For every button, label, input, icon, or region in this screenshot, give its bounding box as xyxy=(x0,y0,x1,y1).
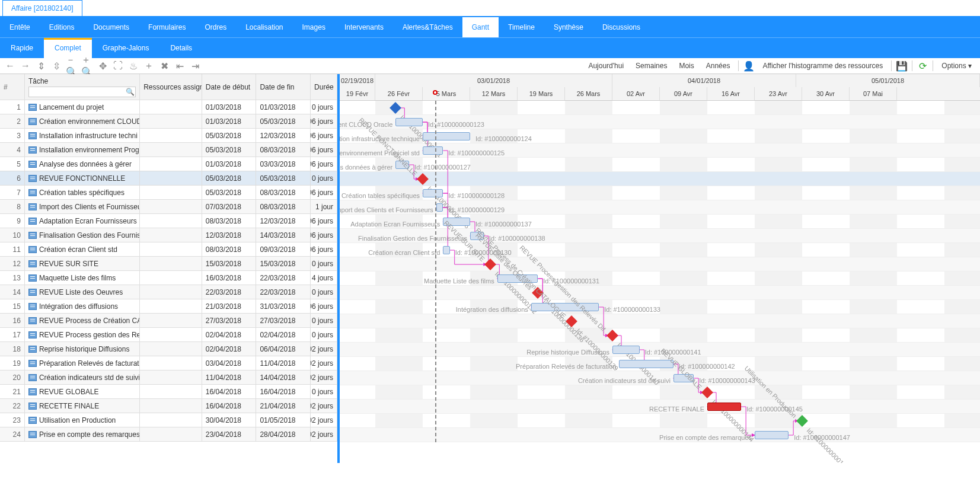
milestone[interactable]: REVUE FONCTIONNELLEId: #100000000126 xyxy=(417,173,429,185)
dur-cell[interactable]: 1.96 jours xyxy=(311,157,337,171)
res-cell[interactable] xyxy=(140,228,202,242)
dur-cell[interactable]: 0 jours xyxy=(311,171,337,185)
move-icon[interactable]: ✥ xyxy=(97,60,108,71)
dur-cell[interactable]: 1.96 jours xyxy=(311,228,337,242)
dur-cell[interactable]: 4.92 jours xyxy=(311,399,337,413)
start-cell[interactable]: 16/04/2018 xyxy=(202,385,257,398)
weeks-button[interactable]: Semaines xyxy=(632,60,671,71)
gantt-chart[interactable]: 02/19/201803/01/201804/01/201805/01/2018… xyxy=(340,74,980,463)
indent-icon[interactable]: ⇥ xyxy=(190,60,200,71)
dur-cell[interactable]: 7.96 jours xyxy=(311,299,337,313)
task-bar[interactable]: Installation environnement Progiciel std… xyxy=(423,146,443,155)
table-row[interactable]: 16REVUE Process de Création CAT27/03/201… xyxy=(0,314,337,328)
nav-fwd-icon[interactable]: → xyxy=(20,60,31,71)
table-row[interactable]: 23Utilisation en Production30/04/201801/… xyxy=(0,413,337,427)
start-cell[interactable]: 07/03/2018 xyxy=(202,200,257,213)
main-nav-formulaires[interactable]: Formulaires xyxy=(139,17,195,37)
add-icon[interactable]: ＋ xyxy=(143,60,154,71)
task-name-cell[interactable]: RECETTE FINALE xyxy=(25,399,140,413)
months-button[interactable]: Mois xyxy=(675,60,697,71)
task-name-cell[interactable]: Installation environnement Progi xyxy=(25,143,140,157)
dur-cell[interactable]: 0 jours xyxy=(311,314,337,327)
person-icon[interactable]: 👤 xyxy=(743,60,754,71)
start-cell[interactable]: 01/03/2018 xyxy=(202,114,257,128)
start-cell[interactable]: 11/04/2018 xyxy=(202,371,257,384)
expand-vert-icon[interactable]: ⇳ xyxy=(51,60,62,71)
res-cell[interactable] xyxy=(140,413,202,427)
end-cell[interactable]: 12/03/2018 xyxy=(256,129,311,142)
task-name-cell[interactable]: Analyse des données à gérer xyxy=(25,157,140,171)
task-name-cell[interactable]: Lancement du projet xyxy=(25,100,140,114)
res-cell[interactable] xyxy=(140,100,202,114)
outdent-icon[interactable]: ⇤ xyxy=(174,60,185,71)
task-bar[interactable]: Reprise historique DiffusionsId: #100000… xyxy=(612,346,640,354)
task-name-cell[interactable]: Import des Clients et Fournisseu xyxy=(25,200,140,213)
start-cell[interactable]: 01/03/2018 xyxy=(202,100,257,114)
task-name-cell[interactable]: Reprise historique Diffusions xyxy=(25,342,140,356)
collapse-vert-icon[interactable]: ⇕ xyxy=(36,60,46,71)
task-name-cell[interactable]: Utilisation en Production xyxy=(25,413,140,427)
task-name-cell[interactable]: Création écran Client std xyxy=(25,242,140,256)
table-row[interactable]: 14REVUE Liste des Oeuvres22/03/201822/03… xyxy=(0,285,337,299)
dur-cell[interactable]: 0 jours xyxy=(311,385,337,398)
dur-cell[interactable]: 0 jours xyxy=(311,328,337,341)
task-name-cell[interactable]: Adaptation Ecran Fournisseurs xyxy=(25,214,140,228)
res-cell[interactable] xyxy=(140,371,202,384)
end-cell[interactable]: 06/04/2018 xyxy=(256,342,311,356)
affaire-tab[interactable]: Affaire [201802140] xyxy=(2,0,82,16)
end-cell[interactable]: 21/04/2018 xyxy=(256,399,311,413)
task-bar[interactable]: Import des Clients et FournisseursId: #1… xyxy=(436,203,443,212)
task-filter-input[interactable] xyxy=(28,87,136,97)
end-cell[interactable]: 08/03/2018 xyxy=(256,200,311,213)
end-cell[interactable]: 01/03/2018 xyxy=(256,100,311,114)
res-cell[interactable] xyxy=(140,328,202,341)
res-cell[interactable] xyxy=(140,356,202,370)
nav-back-icon[interactable]: ← xyxy=(5,60,15,71)
table-row[interactable]: 11Création écran Client std08/03/201809/… xyxy=(0,242,337,257)
save-icon[interactable]: 💾 xyxy=(896,60,907,71)
res-cell[interactable] xyxy=(140,385,202,398)
dur-cell[interactable]: 2.96 jours xyxy=(311,143,337,157)
task-bar[interactable]: Création environnement CLOUD OracleId: #… xyxy=(395,118,423,126)
table-row[interactable]: 3Installation infrastructure techni05/03… xyxy=(0,129,337,143)
dur-cell[interactable]: 2.92 jours xyxy=(311,371,337,384)
table-row[interactable]: 21REVUE GLOBALE16/04/201816/04/20180 jou… xyxy=(0,385,337,399)
res-cell[interactable] xyxy=(140,129,202,142)
table-row[interactable]: 7Création tables spécifiques05/03/201808… xyxy=(0,186,337,200)
start-cell[interactable]: 16/03/2018 xyxy=(202,271,257,285)
task-name-cell[interactable]: REVUE Process de Création CAT xyxy=(25,314,140,327)
table-row[interactable]: 18Reprise historique Diffusions02/04/201… xyxy=(0,342,337,356)
table-row[interactable]: 1Lancement du projet01/03/201801/03/2018… xyxy=(0,100,337,114)
res-cell[interactable] xyxy=(140,186,202,199)
dur-cell[interactable]: 1 jour xyxy=(311,200,337,213)
task-name-cell[interactable]: Création tables spécifiques xyxy=(25,186,140,199)
task-bar[interactable]: Installation infrastructure techniqueId:… xyxy=(423,132,470,140)
res-cell[interactable] xyxy=(140,143,202,157)
task-name-cell[interactable]: REVUE Liste des Oeuvres xyxy=(25,285,140,299)
table-row[interactable]: 15Intégration des diffusions21/03/201831… xyxy=(0,299,337,314)
years-button[interactable]: Années xyxy=(703,60,734,71)
start-cell[interactable]: 05/03/2018 xyxy=(202,186,257,199)
res-cell[interactable] xyxy=(140,171,202,185)
main-nav-alertes&tâches[interactable]: Alertes&Tâches xyxy=(393,17,462,37)
res-cell[interactable] xyxy=(140,314,202,327)
fire-icon[interactable]: ♨ xyxy=(128,60,139,71)
start-cell[interactable]: 02/04/2018 xyxy=(202,328,257,341)
res-cell[interactable] xyxy=(140,200,202,213)
task-bar[interactable]: Préparation Relevés de facturationId: #1… xyxy=(619,360,673,368)
zoom-in-icon[interactable]: ＋🔍 xyxy=(82,60,92,71)
res-cell[interactable] xyxy=(140,214,202,228)
start-cell[interactable]: 22/03/2018 xyxy=(202,285,257,299)
res-cell[interactable] xyxy=(140,427,202,441)
res-cell[interactable] xyxy=(140,271,202,285)
start-cell[interactable]: 27/03/2018 xyxy=(202,314,257,327)
start-cell[interactable]: 30/04/2018 xyxy=(202,413,257,427)
main-nav-discussions[interactable]: Discussions xyxy=(593,17,650,37)
res-cell[interactable] xyxy=(140,257,202,270)
end-cell[interactable]: 09/03/2018 xyxy=(256,242,311,256)
start-cell[interactable]: 05/03/2018 xyxy=(202,143,257,157)
end-cell[interactable]: 05/03/2018 xyxy=(256,171,311,185)
main-nav-editions[interactable]: Editions xyxy=(40,17,84,37)
dur-cell[interactable]: 4.92 jours xyxy=(311,427,337,441)
start-cell[interactable]: 23/04/2018 xyxy=(202,427,257,441)
